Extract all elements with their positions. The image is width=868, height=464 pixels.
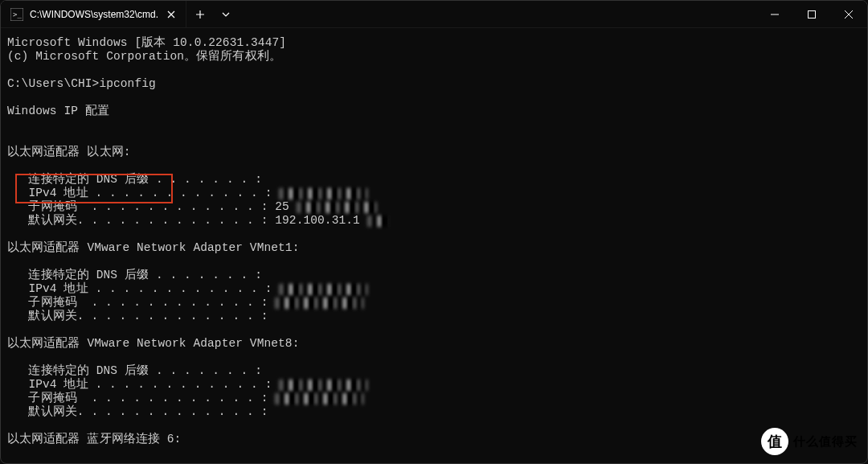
adapter-field: 连接特定的 DNS 后缀 . . . . . . . : <box>7 173 861 187</box>
active-tab[interactable]: >_ C:\WINDOWS\system32\cmd. <box>1 1 186 27</box>
adapter-field: 连接特定的 DNS 后缀 . . . . . . . : <box>7 269 861 282</box>
redacted-value <box>279 188 367 199</box>
adapter-title: 以太网适配器 蓝牙网络连接 6: <box>7 433 861 446</box>
banner-line: Microsoft Windows [版本 10.0.22631.3447] <box>7 36 861 50</box>
tab-close-button[interactable] <box>165 8 178 21</box>
redacted-value <box>275 298 363 309</box>
adapter-field: 连接特定的 DNS 后缀 . . . . . . . : <box>7 364 861 378</box>
redacted-value <box>297 202 377 213</box>
titlebar: >_ C:\WINDOWS\system32\cmd. <box>1 1 867 28</box>
titlebar-drag-area[interactable] <box>238 1 756 27</box>
adapter-field: IPv4 地址 . . . . . . . . . . . . : <box>7 282 861 296</box>
minimize-button[interactable] <box>756 1 793 28</box>
section-heading: Windows IP 配置 <box>7 105 861 118</box>
redacted-value <box>367 216 387 227</box>
svg-text:>_: >_ <box>13 10 22 18</box>
window-controls <box>756 1 867 27</box>
adapter-field: 默认网关. . . . . . . . . . . . . : 192.100.… <box>7 214 861 228</box>
terminal-window: >_ C:\WINDOWS\system32\cmd. Microso <box>0 0 868 464</box>
adapter-field: 默认网关. . . . . . . . . . . . . : <box>7 310 861 323</box>
adapter-field: 默认网关. . . . . . . . . . . . . : <box>7 405 861 419</box>
adapter-field: IPv4 地址 . . . . . . . . . . . . : <box>7 187 861 200</box>
cmd-icon: >_ <box>10 8 23 21</box>
adapter-field: IPv4 地址 . . . . . . . . . . . . : <box>7 378 861 392</box>
adapter-title: 以太网适配器 VMware Network Adapter VMnet1: <box>7 241 861 255</box>
tab-title: C:\WINDOWS\system32\cmd. <box>30 9 158 20</box>
adapter-field: 子网掩码 . . . . . . . . . . . . : <box>7 296 861 310</box>
redacted-value <box>279 284 367 295</box>
redacted-value <box>279 380 367 391</box>
svg-rect-2 <box>809 11 816 18</box>
redacted-value <box>275 393 363 404</box>
watermark: 值 什么值得买 <box>761 428 858 455</box>
new-tab-button[interactable] <box>186 1 214 27</box>
terminal-body[interactable]: Microsoft Windows [版本 10.0.22631.3447](c… <box>1 28 867 454</box>
adapter-title: 以太网适配器 VMware Network Adapter VMnet8: <box>7 337 861 351</box>
adapter-field: 子网掩码 . . . . . . . . . . . . : 25 <box>7 200 861 214</box>
prompt-line: C:\Users\CHI>ipconfig <box>7 77 861 91</box>
maximize-button[interactable] <box>793 1 830 28</box>
watermark-text: 什么值得买 <box>793 434 858 450</box>
adapter-field: 子网掩码 . . . . . . . . . . . . : <box>7 392 861 405</box>
close-window-button[interactable] <box>830 1 867 28</box>
adapter-title: 以太网适配器 以太网: <box>7 146 861 159</box>
tab-dropdown-button[interactable] <box>214 1 238 27</box>
watermark-logo: 值 <box>761 428 788 455</box>
banner-line: (c) Microsoft Corporation。保留所有权利。 <box>7 50 861 64</box>
